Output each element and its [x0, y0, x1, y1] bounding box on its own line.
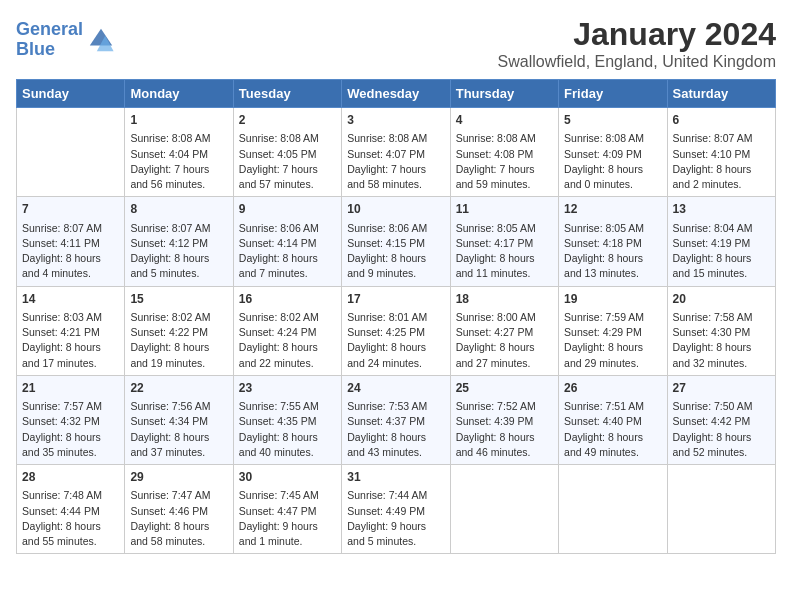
calendar-title: January 2024	[498, 16, 776, 53]
logo-icon	[87, 26, 115, 54]
calendar-cell: 29Sunrise: 7:47 AMSunset: 4:46 PMDayligh…	[125, 465, 233, 554]
cell-info: Daylight: 8 hours	[564, 251, 661, 266]
cell-info: and 1 minute.	[239, 534, 336, 549]
logo-general: General	[16, 19, 83, 39]
day-number: 15	[130, 291, 227, 308]
cell-info: and 4 minutes.	[22, 266, 119, 281]
day-header-friday: Friday	[559, 80, 667, 108]
cell-info: Sunset: 4:15 PM	[347, 236, 444, 251]
day-number: 9	[239, 201, 336, 218]
calendar-cell: 26Sunrise: 7:51 AMSunset: 4:40 PMDayligh…	[559, 375, 667, 464]
calendar-cell: 23Sunrise: 7:55 AMSunset: 4:35 PMDayligh…	[233, 375, 341, 464]
cell-info: and 29 minutes.	[564, 356, 661, 371]
cell-info: Sunset: 4:37 PM	[347, 414, 444, 429]
cell-info: Daylight: 8 hours	[22, 430, 119, 445]
cell-info: and 27 minutes.	[456, 356, 553, 371]
cell-info: and 5 minutes.	[130, 266, 227, 281]
day-number: 29	[130, 469, 227, 486]
cell-info: and 15 minutes.	[673, 266, 770, 281]
cell-info: Daylight: 7 hours	[347, 162, 444, 177]
calendar-cell: 18Sunrise: 8:00 AMSunset: 4:27 PMDayligh…	[450, 286, 558, 375]
cell-info: Daylight: 8 hours	[22, 251, 119, 266]
header: General Blue January 2024 Swallowfield, …	[16, 16, 776, 71]
cell-info: Sunset: 4:42 PM	[673, 414, 770, 429]
cell-info: Sunrise: 8:03 AM	[22, 310, 119, 325]
cell-info: Sunset: 4:27 PM	[456, 325, 553, 340]
cell-info: Sunrise: 7:53 AM	[347, 399, 444, 414]
day-number: 25	[456, 380, 553, 397]
cell-info: Sunrise: 8:08 AM	[239, 131, 336, 146]
cell-info: Sunrise: 8:02 AM	[239, 310, 336, 325]
cell-info: and 32 minutes.	[673, 356, 770, 371]
logo: General Blue	[16, 20, 115, 60]
cell-info: Daylight: 7 hours	[130, 162, 227, 177]
cell-info: Sunset: 4:44 PM	[22, 504, 119, 519]
cell-info: Sunrise: 8:01 AM	[347, 310, 444, 325]
cell-info: and 13 minutes.	[564, 266, 661, 281]
cell-info: Daylight: 8 hours	[564, 430, 661, 445]
cell-info: Sunrise: 8:00 AM	[456, 310, 553, 325]
cell-info: Sunrise: 8:07 AM	[22, 221, 119, 236]
cell-info: Daylight: 8 hours	[239, 430, 336, 445]
cell-info: and 59 minutes.	[456, 177, 553, 192]
cell-info: Sunset: 4:39 PM	[456, 414, 553, 429]
cell-info: Daylight: 8 hours	[673, 340, 770, 355]
cell-info: and 46 minutes.	[456, 445, 553, 460]
cell-info: Sunrise: 8:06 AM	[347, 221, 444, 236]
cell-info: Sunset: 4:14 PM	[239, 236, 336, 251]
day-number: 13	[673, 201, 770, 218]
calendar-cell: 15Sunrise: 8:02 AMSunset: 4:22 PMDayligh…	[125, 286, 233, 375]
cell-info: Sunrise: 8:02 AM	[130, 310, 227, 325]
cell-info: Daylight: 9 hours	[239, 519, 336, 534]
cell-info: and 11 minutes.	[456, 266, 553, 281]
week-row-5: 28Sunrise: 7:48 AMSunset: 4:44 PMDayligh…	[17, 465, 776, 554]
cell-info: and 2 minutes.	[673, 177, 770, 192]
day-number: 20	[673, 291, 770, 308]
cell-info: and 35 minutes.	[22, 445, 119, 460]
calendar-cell: 24Sunrise: 7:53 AMSunset: 4:37 PMDayligh…	[342, 375, 450, 464]
day-number: 2	[239, 112, 336, 129]
cell-info: Sunset: 4:05 PM	[239, 147, 336, 162]
day-number: 12	[564, 201, 661, 218]
cell-info: Sunrise: 7:50 AM	[673, 399, 770, 414]
cell-info: Sunset: 4:47 PM	[239, 504, 336, 519]
calendar-cell: 16Sunrise: 8:02 AMSunset: 4:24 PMDayligh…	[233, 286, 341, 375]
cell-info: Daylight: 9 hours	[347, 519, 444, 534]
day-header-tuesday: Tuesday	[233, 80, 341, 108]
cell-info: Daylight: 8 hours	[673, 162, 770, 177]
cell-info: Sunset: 4:08 PM	[456, 147, 553, 162]
cell-info: Sunset: 4:49 PM	[347, 504, 444, 519]
cell-info: Sunset: 4:17 PM	[456, 236, 553, 251]
calendar-cell	[450, 465, 558, 554]
day-header-monday: Monday	[125, 80, 233, 108]
day-number: 17	[347, 291, 444, 308]
cell-info: Sunrise: 7:44 AM	[347, 488, 444, 503]
cell-info: Daylight: 8 hours	[456, 251, 553, 266]
day-header-wednesday: Wednesday	[342, 80, 450, 108]
cell-info: and 0 minutes.	[564, 177, 661, 192]
cell-info: Sunset: 4:12 PM	[130, 236, 227, 251]
week-row-2: 7Sunrise: 8:07 AMSunset: 4:11 PMDaylight…	[17, 197, 776, 286]
cell-info: Daylight: 8 hours	[456, 430, 553, 445]
day-number: 19	[564, 291, 661, 308]
cell-info: Sunset: 4:35 PM	[239, 414, 336, 429]
day-number: 27	[673, 380, 770, 397]
cell-info: and 37 minutes.	[130, 445, 227, 460]
calendar-cell: 22Sunrise: 7:56 AMSunset: 4:34 PMDayligh…	[125, 375, 233, 464]
cell-info: Daylight: 8 hours	[673, 251, 770, 266]
cell-info: Sunrise: 7:45 AM	[239, 488, 336, 503]
calendar-cell: 1Sunrise: 8:08 AMSunset: 4:04 PMDaylight…	[125, 108, 233, 197]
cell-info: and 40 minutes.	[239, 445, 336, 460]
week-row-4: 21Sunrise: 7:57 AMSunset: 4:32 PMDayligh…	[17, 375, 776, 464]
cell-info: Sunset: 4:40 PM	[564, 414, 661, 429]
cell-info: and 5 minutes.	[347, 534, 444, 549]
calendar-cell: 12Sunrise: 8:05 AMSunset: 4:18 PMDayligh…	[559, 197, 667, 286]
cell-info: Sunrise: 8:08 AM	[347, 131, 444, 146]
cell-info: Sunrise: 7:59 AM	[564, 310, 661, 325]
cell-info: Sunset: 4:11 PM	[22, 236, 119, 251]
cell-info: Sunset: 4:46 PM	[130, 504, 227, 519]
cell-info: Sunrise: 7:56 AM	[130, 399, 227, 414]
title-block: January 2024 Swallowfield, England, Unit…	[498, 16, 776, 71]
cell-info: Daylight: 8 hours	[130, 430, 227, 445]
cell-info: Sunset: 4:30 PM	[673, 325, 770, 340]
